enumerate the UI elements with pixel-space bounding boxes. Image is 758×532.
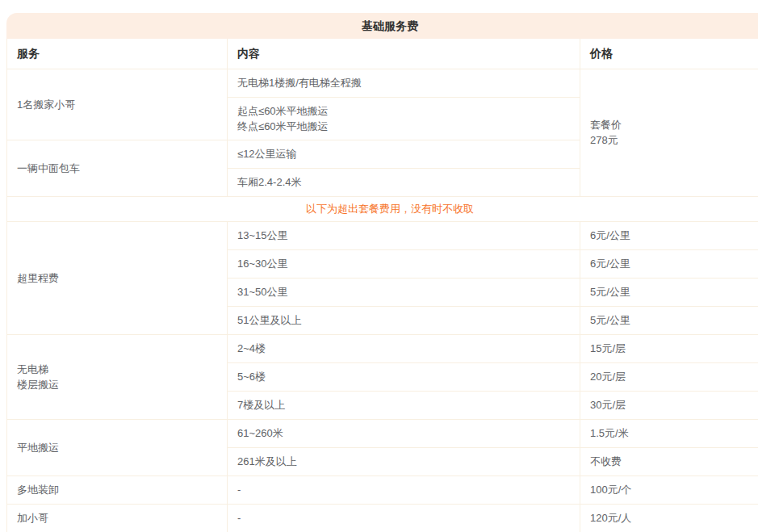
pricing-table: 基础服务费 服务 内容 价格 1名搬家小哥 无电梯1楼搬/有电梯全程搬 套餐价 … bbox=[6, 13, 758, 532]
notice-row: 以下为超出套餐费用，没有时不收取 bbox=[7, 196, 758, 221]
price-cell-package: 套餐价 278元 bbox=[580, 69, 758, 196]
price-cell: 6元/公里 bbox=[580, 221, 758, 249]
table-row: 1名搬家小哥 无电梯1楼搬/有电梯全程搬 套餐价 278元 bbox=[7, 69, 758, 97]
price-cell: 100元/个 bbox=[580, 475, 758, 504]
service-cell-extra-worker: 加小哥 bbox=[7, 504, 228, 532]
price-cell: 5元/公里 bbox=[580, 306, 758, 334]
content-cell: 61~260米 bbox=[228, 419, 580, 447]
price-cell: 120元/人 bbox=[580, 504, 758, 532]
content-cell: ≤12公里运输 bbox=[228, 140, 580, 168]
content-cell: 51公里及以上 bbox=[228, 306, 580, 334]
content-cell: 261米及以上 bbox=[228, 447, 580, 475]
content-cell: 2~4楼 bbox=[228, 334, 580, 362]
table-row: 平地搬运 61~260米 1.5元/米 bbox=[7, 419, 758, 447]
table-row: 加小哥 - 120元/人 bbox=[7, 504, 758, 532]
service-cell-extra-mileage: 超里程费 bbox=[7, 221, 228, 334]
table-header-row: 服务 内容 价格 bbox=[7, 39, 758, 69]
price-cell: 20元/层 bbox=[580, 362, 758, 391]
notice-text: 以下为超出套餐费用，没有时不收取 bbox=[7, 196, 758, 221]
table-row: 多地装卸 - 100元/个 bbox=[7, 475, 758, 504]
column-header-price: 价格 bbox=[580, 39, 758, 69]
base-service-fee-table: 服务 内容 价格 1名搬家小哥 无电梯1楼搬/有电梯全程搬 套餐价 278元 起… bbox=[6, 39, 758, 532]
service-cell-flat-ground: 平地搬运 bbox=[7, 419, 228, 475]
column-header-content: 内容 bbox=[228, 39, 580, 69]
content-cell: 无电梯1楼搬/有电梯全程搬 bbox=[228, 69, 580, 97]
content-cell: 7楼及以上 bbox=[228, 391, 580, 419]
service-cell-no-elevator: 无电梯 楼层搬运 bbox=[7, 334, 228, 419]
table-title: 基础服务费 bbox=[6, 13, 758, 39]
service-cell-mover: 1名搬家小哥 bbox=[7, 69, 228, 140]
service-cell-multi-stop: 多地装卸 bbox=[7, 475, 228, 504]
price-cell: 6元/公里 bbox=[580, 249, 758, 278]
content-cell: 31~50公里 bbox=[228, 278, 580, 306]
price-cell: 30元/层 bbox=[580, 391, 758, 419]
price-cell: 不收费 bbox=[580, 447, 758, 475]
table-row: 超里程费 13~15公里 6元/公里 bbox=[7, 221, 758, 249]
content-cell: 车厢2.4-2.4米 bbox=[228, 168, 580, 196]
service-cell-van: 一辆中面包车 bbox=[7, 140, 228, 196]
content-cell: 起点≤60米平地搬运 终点≤60米平地搬运 bbox=[228, 97, 580, 140]
table-row: 无电梯 楼层搬运 2~4楼 15元/层 bbox=[7, 334, 758, 362]
price-cell: 1.5元/米 bbox=[580, 419, 758, 447]
price-cell: 15元/层 bbox=[580, 334, 758, 362]
price-cell: 5元/公里 bbox=[580, 278, 758, 306]
content-cell: 5~6楼 bbox=[228, 362, 580, 391]
content-cell: 13~15公里 bbox=[228, 221, 580, 249]
content-cell: - bbox=[228, 475, 580, 504]
column-header-service: 服务 bbox=[7, 39, 228, 69]
content-cell: 16~30公里 bbox=[228, 249, 580, 278]
content-cell: - bbox=[228, 504, 580, 532]
